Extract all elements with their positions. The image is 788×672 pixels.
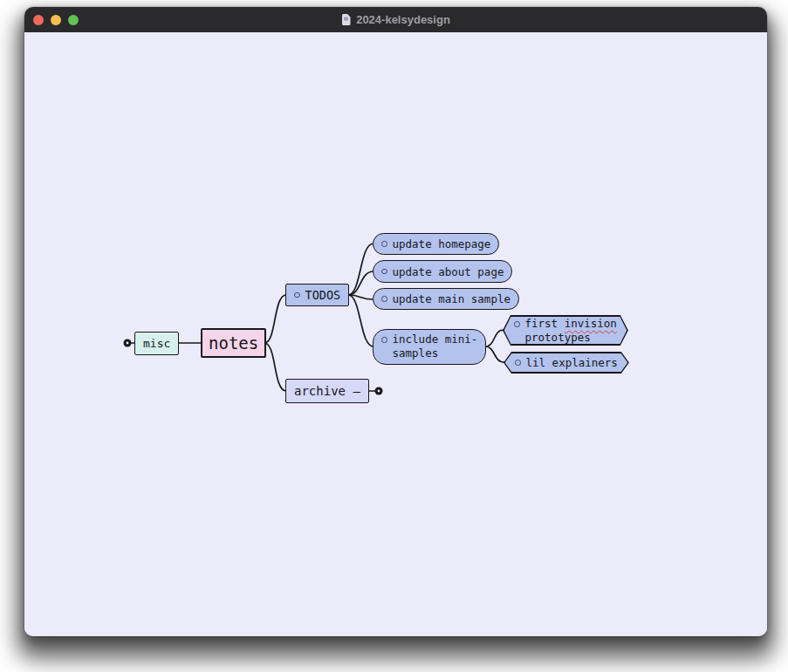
bullet-circle-icon [294, 292, 300, 298]
bullet-circle-icon [381, 241, 387, 247]
node-update-main-sample[interactable]: update main sample [373, 288, 519, 310]
root-collapse-handle[interactable] [124, 339, 132, 347]
bullet-circle-icon [381, 269, 387, 275]
node-label: include mini- samples [393, 333, 478, 360]
document-icon [341, 14, 351, 25]
edge-include-lil [485, 346, 504, 362]
node-label: update homepage [393, 237, 491, 250]
node-todos[interactable]: TODOS [285, 284, 349, 306]
window-title-area: 2024-kelsydesign [24, 7, 767, 32]
mindmap-canvas[interactable]: misc notes TODOS update homepage update … [24, 32, 767, 636]
bullet-circle-icon [514, 321, 520, 327]
edge-include-first [485, 330, 504, 346]
archive-collapse-handle[interactable] [375, 387, 383, 395]
node-update-about-page[interactable]: update about page [373, 260, 512, 283]
misspelled-word: invision [565, 317, 617, 330]
titlebar[interactable]: 2024-kelsydesign [24, 7, 767, 32]
node-label: lil explainers [526, 356, 618, 369]
edge-todos-homepage [348, 243, 373, 295]
window-controls [24, 15, 79, 25]
node-lil-explainers[interactable]: lil explainers [504, 352, 629, 374]
node-include-mini-samples[interactable]: include mini- samples [373, 329, 486, 365]
node-label: notes [209, 333, 258, 353]
minimize-button[interactable] [51, 15, 61, 25]
app-window: 2024-kelsydesign [24, 7, 767, 636]
window-title: 2024-kelsydesign [356, 13, 450, 26]
node-label: misc [143, 337, 170, 350]
node-label: firstinvision prototypes [525, 317, 617, 345]
node-archive[interactable]: archive — [285, 379, 369, 403]
bullet-circle-icon [381, 337, 387, 343]
node-label: archive — [294, 384, 360, 398]
node-label: TODOS [305, 288, 341, 302]
bullet-circle-icon [515, 360, 521, 366]
node-label: update main sample [393, 292, 510, 305]
close-button[interactable] [33, 15, 44, 25]
edge-notes-archive [264, 343, 286, 391]
edge-todos-about [348, 271, 373, 295]
node-update-homepage[interactable]: update homepage [373, 233, 499, 255]
node-label: update about page [393, 265, 504, 278]
node-notes[interactable]: notes [201, 328, 266, 358]
edge-notes-todos [264, 295, 286, 343]
edge-todos-include [348, 295, 373, 346]
node-misc[interactable]: misc [134, 332, 179, 355]
node-first-invision-prototypes[interactable]: firstinvision prototypes [503, 315, 628, 346]
bullet-circle-icon [381, 296, 387, 302]
zoom-button[interactable] [68, 15, 79, 25]
